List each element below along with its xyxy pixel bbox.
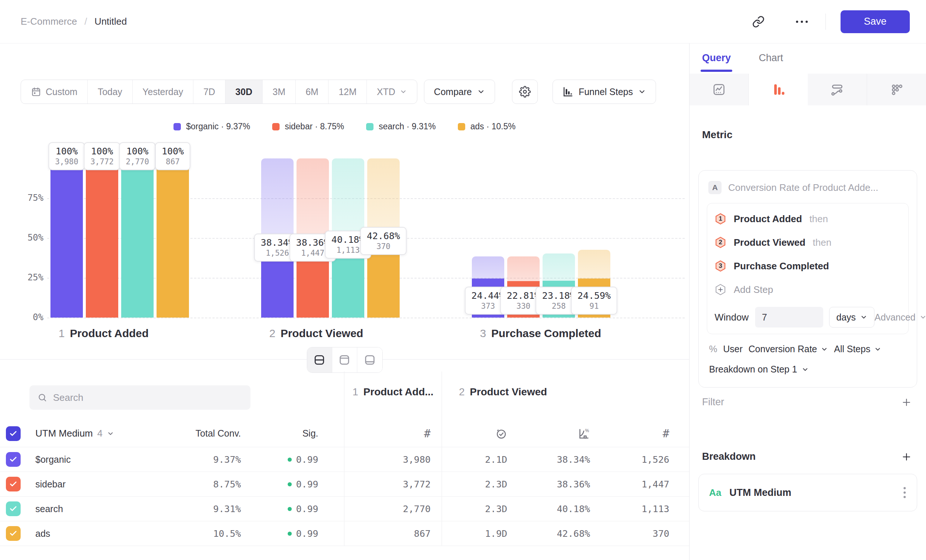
date-range-7d[interactable]: 7D bbox=[194, 80, 225, 103]
step1-label: Product Add... bbox=[363, 386, 434, 398]
breakdown-table: 1 Product Add... 2 Product Viewed UTM Me… bbox=[0, 371, 689, 560]
column-conversion[interactable]: % bbox=[511, 420, 595, 447]
legend-swatch bbox=[366, 123, 374, 130]
date-range-yesterday[interactable]: Yesterday bbox=[133, 80, 194, 103]
view-toggle-table-only-view[interactable] bbox=[357, 347, 382, 372]
date-range-label: Today bbox=[98, 86, 122, 97]
bar-converted bbox=[86, 159, 118, 318]
funnel-bar-search[interactable]: 40.18%1,113 bbox=[332, 159, 364, 318]
tab-insights[interactable] bbox=[690, 74, 749, 105]
metric-title-row[interactable]: A Conversion Rate of Product Adde... bbox=[707, 179, 909, 203]
flows-icon bbox=[830, 83, 844, 97]
query-panel: Query Chart Metric A Conversion Rate of … bbox=[690, 44, 926, 560]
date-range-custom[interactable]: Custom bbox=[21, 80, 88, 103]
funnel-bar-sidebar[interactable]: 22.81%330 bbox=[507, 159, 540, 318]
funnel-bar-ads[interactable]: 42.68%370 bbox=[367, 159, 399, 318]
tab-retention[interactable] bbox=[867, 74, 926, 105]
group-count: 4 bbox=[97, 428, 102, 439]
more-options-button[interactable] bbox=[793, 13, 811, 30]
chevron-down-icon bbox=[874, 345, 881, 353]
topbar-divider bbox=[825, 14, 826, 30]
funnel-bar-ads[interactable]: 24.59%91 bbox=[578, 159, 610, 318]
query-step-2[interactable]: 2Product Viewedthen bbox=[714, 231, 901, 254]
window-value-input[interactable] bbox=[755, 307, 823, 327]
funnel-bar-search[interactable]: 100%2,770 bbox=[121, 159, 154, 318]
funnel-bar-search[interactable]: 23.18%258 bbox=[543, 159, 575, 318]
step-title: Product Added bbox=[70, 327, 149, 340]
legend-item[interactable]: sidebar · 8.75% bbox=[272, 121, 344, 132]
legend-swatch bbox=[174, 123, 181, 130]
advanced-dropdown[interactable]: Advanced bbox=[875, 312, 926, 323]
row-checkbox[interactable] bbox=[6, 501, 21, 516]
tab-query[interactable]: Query bbox=[702, 52, 731, 72]
date-range-12m[interactable]: 12M bbox=[328, 80, 367, 103]
funnel-bar-organic[interactable]: 38.34%1,526 bbox=[261, 159, 294, 318]
query-step-3[interactable]: 3Purchase Completed bbox=[714, 254, 901, 278]
column-total-conv[interactable]: Total Conv. bbox=[178, 420, 241, 447]
breakdown-property-card[interactable]: Aa UTM Medium bbox=[698, 474, 917, 512]
column-step1-count[interactable]: # bbox=[344, 420, 442, 447]
select-all-checkbox[interactable] bbox=[6, 426, 21, 441]
legend-item[interactable]: search · 9.31% bbox=[366, 121, 436, 132]
funnel-bar-organic[interactable]: 24.44%373 bbox=[472, 159, 504, 318]
significance-dot bbox=[287, 457, 292, 462]
funnel-bar-sidebar[interactable]: 100%3,772 bbox=[86, 159, 118, 318]
date-range-today[interactable]: Today bbox=[88, 80, 133, 103]
tab-chart[interactable]: Chart bbox=[759, 52, 783, 72]
date-range-6m[interactable]: 6M bbox=[296, 80, 329, 103]
funnel-bar-organic[interactable]: 100%3,980 bbox=[50, 159, 83, 318]
query-step-1[interactable]: 1Product Addedthen bbox=[714, 207, 901, 231]
bar-percent: 38.34% bbox=[261, 237, 294, 248]
legend-item[interactable]: $organic · 9.37% bbox=[174, 121, 250, 132]
table-row-ads: ads10.5%0.998671.9D42.68%370 bbox=[0, 521, 689, 546]
breadcrumb-title[interactable]: Untitled bbox=[94, 16, 127, 27]
window-unit-dropdown[interactable]: days bbox=[829, 307, 875, 327]
bar-percent: 100% bbox=[90, 146, 113, 157]
view-toggle-split-view[interactable] bbox=[307, 347, 332, 372]
bar-count: 3,772 bbox=[90, 157, 113, 166]
copy-link-button[interactable] bbox=[750, 13, 767, 30]
date-range-3m[interactable]: 3M bbox=[263, 80, 296, 103]
column-avg-time[interactable] bbox=[442, 420, 511, 447]
funnel-step-group-3: 24.44%37322.81%33023.18%25824.59%913Purc… bbox=[472, 159, 610, 318]
compare-button[interactable]: Compare bbox=[424, 80, 495, 104]
insights-icon bbox=[712, 83, 726, 97]
chart-legend: $organic · 9.37%sidebar · 8.75%search · … bbox=[0, 121, 689, 132]
measure-scope-dropdown[interactable]: All Steps bbox=[834, 344, 881, 354]
breakdown-group-header[interactable]: UTM Medium 4 bbox=[29, 420, 178, 447]
table-search[interactable] bbox=[29, 385, 250, 410]
bar-value-label: 100%3,772 bbox=[83, 142, 120, 170]
chart-settings-button[interactable] bbox=[512, 80, 538, 104]
step2-number: 2 bbox=[459, 386, 465, 398]
date-range-xtd[interactable]: XTD bbox=[367, 80, 417, 103]
tab-funnels[interactable] bbox=[749, 74, 808, 105]
breakdown-on-step-dropdown[interactable]: Breakdown on Step 1 bbox=[707, 354, 909, 383]
save-button[interactable]: Save bbox=[841, 10, 910, 33]
breadcrumb-project[interactable]: E-Commerce bbox=[21, 16, 77, 27]
measurement-row: % User Conversion Rate All Steps bbox=[707, 334, 909, 354]
legend-item[interactable]: ads · 10.5% bbox=[458, 121, 516, 132]
funnel-bar-sidebar[interactable]: 38.36%1,447 bbox=[297, 159, 329, 318]
date-range-30d[interactable]: 30D bbox=[225, 80, 263, 103]
significance-value: 0.99 bbox=[296, 479, 318, 490]
step-hexagon-icon: 2 bbox=[714, 236, 726, 248]
tab-flows[interactable] bbox=[808, 74, 867, 105]
add-filter-button[interactable] bbox=[901, 397, 912, 408]
view-toggle-chart-only-view[interactable] bbox=[332, 347, 357, 372]
column-sig[interactable]: Sig. bbox=[241, 420, 318, 447]
search-input[interactable] bbox=[53, 392, 242, 403]
funnel-bar-ads[interactable]: 100%867 bbox=[157, 159, 189, 318]
add-breakdown-button[interactable] bbox=[901, 451, 912, 462]
metric-section-heading: Metric bbox=[702, 129, 732, 141]
funnel-step-group-1: 100%3,980100%3,772100%2,770100%8671Produ… bbox=[50, 159, 189, 318]
add-step-button[interactable]: + Add Step bbox=[714, 278, 901, 301]
measure-user[interactable]: User bbox=[723, 344, 743, 354]
check-icon bbox=[9, 530, 17, 537]
row-checkbox[interactable] bbox=[6, 477, 21, 492]
breakdown-options-button[interactable] bbox=[901, 485, 908, 500]
column-step2-count[interactable]: # bbox=[595, 420, 674, 447]
chart-type-dropdown[interactable]: Funnel Steps bbox=[552, 80, 656, 104]
measure-metric-dropdown[interactable]: Conversion Rate bbox=[749, 344, 828, 354]
row-checkbox[interactable] bbox=[6, 526, 21, 541]
row-checkbox[interactable] bbox=[6, 452, 21, 467]
